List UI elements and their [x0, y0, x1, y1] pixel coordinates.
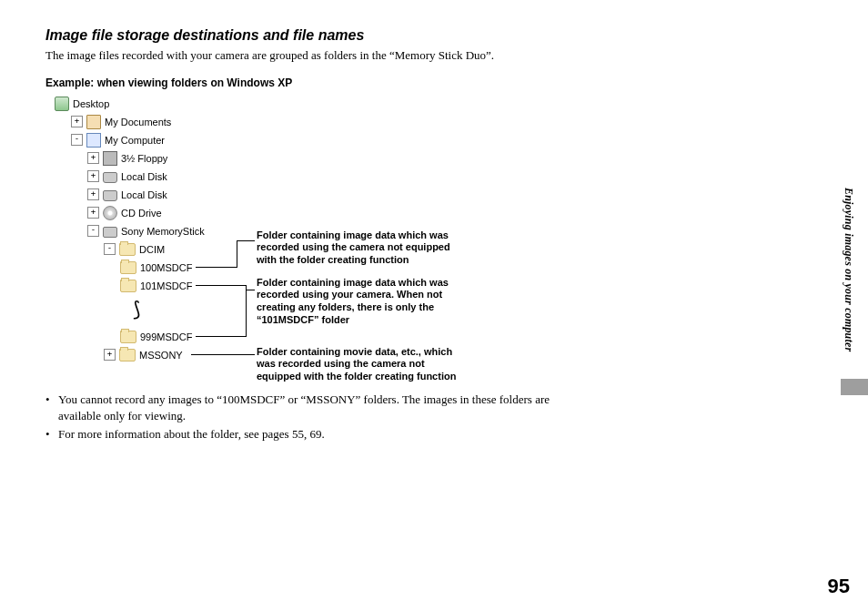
tree-label: 100MSDCF	[140, 259, 192, 277]
example-heading: Example: when viewing folders on Windows…	[45, 76, 813, 89]
chapter-side-tab: Enjoying images on your computer	[842, 188, 855, 351]
tree-my-documents[interactable]: +My Documents	[71, 113, 205, 131]
manual-page: Image file storage destinations and file…	[0, 0, 868, 611]
callout-101msdcf: Folder containing image data which was r…	[257, 277, 457, 327]
tree-label: CD Drive	[121, 204, 162, 222]
tree-desktop[interactable]: Desktop	[55, 95, 205, 113]
list-item: •For more information about the folder, …	[45, 426, 555, 443]
tree-label: 3½ Floppy	[121, 149, 167, 168]
side-index-marker	[841, 379, 868, 395]
leader-line	[237, 240, 255, 241]
folder-icon	[120, 280, 136, 292]
tree-label: 101MSDCF	[140, 277, 192, 295]
tree-cd-drive[interactable]: +CD Drive	[87, 204, 205, 222]
section-title: Image file storage destinations and file…	[45, 27, 813, 44]
callout-mssony: Folder containing movie data, etc., whic…	[257, 346, 457, 383]
leader-line	[196, 336, 246, 337]
folder-icon	[120, 331, 136, 343]
folder-icon	[120, 261, 136, 274]
tree-label: My Computer	[105, 131, 165, 149]
intro-text: The image files recorded with your camer…	[45, 47, 528, 64]
tree-mssony[interactable]: +MSSONY	[104, 346, 205, 364]
tree-label: Sony MemoryStick	[121, 222, 205, 240]
desktop-icon	[55, 97, 69, 111]
tree-label: My Documents	[105, 113, 171, 131]
tree-label: MSSONY	[139, 346, 183, 364]
tree-999msdcf[interactable]: 999MSDCF	[120, 328, 205, 346]
expand-icon[interactable]: +	[104, 349, 116, 361]
callout-100msdcf: Folder containing image data which was r…	[257, 229, 457, 267]
expand-icon[interactable]: +	[87, 170, 99, 182]
tree-local-disk-2[interactable]: +Local Disk	[87, 186, 205, 204]
tree-local-disk-1[interactable]: +Local Disk	[87, 168, 205, 186]
disk-icon	[103, 190, 117, 201]
explorer-tree: Desktop +My Documents -My Computer +3½ F…	[55, 95, 205, 364]
leader-line	[196, 267, 237, 268]
tree-label: Local Disk	[121, 168, 167, 186]
note-text: You cannot record any images to “100MSDC…	[58, 392, 555, 424]
disk-icon	[103, 172, 117, 183]
tree-label: DCIM	[139, 240, 165, 259]
leader-line	[246, 290, 255, 290]
floppy-icon	[103, 151, 117, 166]
memorystick-icon	[103, 227, 117, 238]
tree-ellipsis: ⟆	[55, 295, 205, 328]
cd-icon	[103, 206, 117, 220]
tree-101msdcf[interactable]: 101MSDCF	[120, 277, 205, 295]
leader-line	[246, 285, 247, 337]
folder-icon	[119, 349, 136, 362]
leader-line	[196, 285, 246, 286]
collapse-icon[interactable]: -	[71, 134, 83, 146]
tree-dcim[interactable]: -DCIM	[104, 240, 205, 259]
tree-100msdcf[interactable]: 100MSDCF	[120, 259, 205, 277]
expand-icon[interactable]: +	[87, 207, 99, 219]
computer-icon	[86, 133, 101, 148]
folder-tree-diagram: Desktop +My Documents -My Computer +3½ F…	[45, 95, 813, 386]
tree-my-computer[interactable]: -My Computer	[71, 131, 205, 149]
tree-floppy[interactable]: +3½ Floppy	[87, 149, 205, 168]
expand-icon[interactable]: +	[87, 152, 99, 164]
folder-icon	[119, 243, 136, 256]
tree-label: Local Disk	[121, 186, 167, 204]
tree-memorystick[interactable]: -Sony MemoryStick	[87, 222, 205, 240]
docs-icon	[86, 115, 101, 129]
list-item: •You cannot record any images to “100MSD…	[45, 392, 555, 424]
note-text: For more information about the folder, s…	[58, 426, 325, 443]
notes-list: •You cannot record any images to “100MSD…	[45, 392, 813, 443]
expand-icon[interactable]: +	[71, 116, 83, 127]
collapse-icon[interactable]: -	[87, 225, 99, 237]
tree-label: 999MSDCF	[140, 328, 192, 346]
expand-icon[interactable]: +	[87, 188, 99, 200]
page-number: 95	[828, 575, 850, 598]
leader-line	[237, 240, 237, 268]
leader-line	[191, 354, 255, 355]
collapse-icon[interactable]: -	[104, 243, 116, 255]
tree-label: Desktop	[73, 95, 109, 113]
